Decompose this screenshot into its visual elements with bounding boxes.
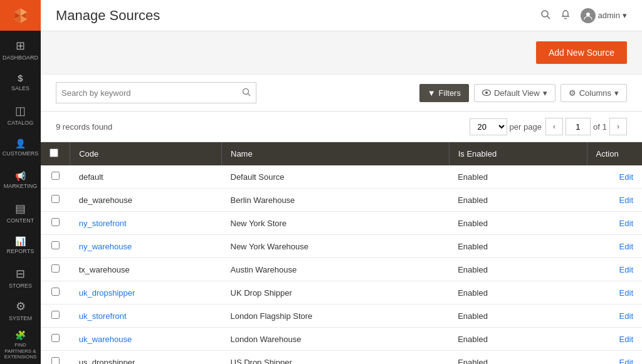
row-checkbox-cell bbox=[41, 212, 70, 235]
columns-icon: ⚙ bbox=[569, 88, 576, 98]
next-page-button[interactable]: › bbox=[609, 118, 627, 135]
sidebar-item-content[interactable]: ▤ Content bbox=[0, 196, 41, 229]
admin-menu[interactable]: admin ▾ bbox=[581, 8, 627, 23]
sidebar-item-catalog[interactable]: ◫ Catalog bbox=[0, 98, 41, 131]
sidebar-item-system[interactable]: ⚙ System bbox=[0, 294, 41, 326]
row-checkbox[interactable] bbox=[51, 357, 60, 364]
table-row: uk_dropshipperUK Drop ShipperEnabledEdit bbox=[41, 281, 642, 304]
row-enabled-cell: Enabled bbox=[449, 235, 587, 258]
row-code-link[interactable]: uk_dropshipper bbox=[79, 288, 135, 298]
sidebar-item-label: Catalog bbox=[8, 120, 34, 126]
row-name-cell: Default Source bbox=[222, 165, 450, 189]
stores-icon: ⊟ bbox=[16, 267, 25, 281]
per-page-dropdown[interactable]: 20 50 100 200 bbox=[470, 118, 507, 135]
default-view-button[interactable]: Default View ▾ bbox=[474, 84, 555, 102]
row-enabled-cell: Enabled bbox=[449, 212, 587, 235]
table-body: defaultDefault SourceEnabledEditde_wareh… bbox=[41, 165, 642, 364]
row-code-link[interactable]: uk_storefront bbox=[79, 311, 127, 321]
per-page-label: per page bbox=[510, 122, 542, 132]
filter-controls: ▼ Filters Default View ▾ ⚙ Columns bbox=[419, 84, 627, 102]
pagination: 20 50 100 200 per page ‹ of 1 › bbox=[470, 118, 627, 135]
filters-button[interactable]: ▼ Filters bbox=[419, 84, 469, 102]
row-checkbox-cell bbox=[41, 189, 70, 212]
row-code-cell: default bbox=[70, 165, 222, 189]
page-nav: ‹ of 1 › bbox=[545, 118, 627, 135]
row-edit-link[interactable]: Edit bbox=[619, 195, 633, 205]
row-checkbox[interactable] bbox=[51, 264, 60, 273]
columns-button[interactable]: ⚙ Columns ▾ bbox=[560, 84, 627, 102]
chevron-down-icon: ▾ bbox=[623, 11, 627, 20]
columns-label: Columns bbox=[579, 88, 611, 98]
records-count: 9 records found bbox=[56, 122, 112, 132]
top-header: Manage Sources bbox=[41, 0, 642, 31]
page-number-input[interactable] bbox=[566, 118, 591, 135]
filters-bar: ▼ Filters Default View ▾ ⚙ Columns bbox=[41, 75, 642, 112]
sidebar-item-sales[interactable]: $ Sales bbox=[0, 66, 41, 98]
row-edit-link[interactable]: Edit bbox=[619, 242, 633, 251]
row-edit-link[interactable]: Edit bbox=[619, 219, 633, 228]
sidebar-logo[interactable] bbox=[0, 0, 41, 31]
search-input[interactable] bbox=[61, 88, 242, 98]
search-icon[interactable] bbox=[540, 9, 550, 22]
row-name-cell: New York Store bbox=[222, 212, 450, 235]
row-code-cell: ny_storefront bbox=[70, 212, 222, 235]
row-checkbox-cell bbox=[41, 351, 70, 365]
default-view-label: Default View bbox=[494, 88, 540, 98]
row-enabled-cell: Enabled bbox=[449, 351, 587, 365]
sidebar: ⊞ Dashboard $ Sales ◫ Catalog 👤 Customer… bbox=[0, 0, 41, 364]
row-name-cell: US Drop Shipper bbox=[222, 351, 450, 365]
row-edit-link[interactable]: Edit bbox=[619, 358, 633, 365]
row-edit-link[interactable]: Edit bbox=[619, 265, 633, 274]
table-row: tx_warehouseAustin WarehouseEnabledEdit bbox=[41, 258, 642, 281]
sales-icon: $ bbox=[18, 73, 23, 83]
search-submit-icon[interactable] bbox=[242, 88, 251, 98]
row-enabled-cell: Enabled bbox=[449, 281, 587, 304]
chevron-down-icon: ▾ bbox=[543, 88, 547, 98]
svg-line-1 bbox=[547, 16, 550, 19]
sidebar-item-marketing[interactable]: 📢 Marketing bbox=[0, 164, 41, 196]
row-edit-link[interactable]: Edit bbox=[619, 288, 633, 298]
row-code-cell: uk_warehouse bbox=[70, 328, 222, 351]
row-edit-link[interactable]: Edit bbox=[619, 335, 633, 344]
main-content: Manage Sources bbox=[41, 0, 642, 364]
row-name-cell: New York Warehouse bbox=[222, 235, 450, 258]
row-checkbox[interactable] bbox=[51, 288, 60, 296]
row-checkbox[interactable] bbox=[51, 334, 60, 342]
row-checkbox-cell bbox=[41, 304, 70, 328]
row-name-cell: London Flagship Store bbox=[222, 304, 450, 328]
row-checkbox[interactable] bbox=[51, 218, 60, 226]
marketing-icon: 📢 bbox=[15, 171, 26, 181]
row-code-link[interactable]: uk_warehouse bbox=[79, 335, 132, 344]
notification-icon[interactable] bbox=[560, 9, 571, 22]
chevron-down-icon: ▾ bbox=[614, 88, 619, 98]
row-checkbox[interactable] bbox=[51, 195, 60, 203]
row-name-cell: Austin Warehouse bbox=[222, 258, 450, 281]
table-header-row: Code Name Is Enabled Action bbox=[41, 142, 642, 165]
select-all-checkbox[interactable] bbox=[50, 148, 58, 157]
row-edit-link[interactable]: Edit bbox=[619, 311, 633, 321]
th-code: Code bbox=[70, 142, 222, 165]
page-total: 1 bbox=[603, 122, 607, 132]
sidebar-item-reports[interactable]: 📊 Reports bbox=[0, 229, 41, 261]
row-name-cell: Berlin Warehouse bbox=[222, 189, 450, 212]
row-checkbox[interactable] bbox=[51, 172, 60, 180]
row-checkbox-cell bbox=[41, 258, 70, 281]
row-edit-link[interactable]: Edit bbox=[619, 172, 633, 182]
sidebar-item-dashboard[interactable]: ⊞ Dashboard bbox=[0, 33, 41, 66]
page-of-label: of bbox=[593, 122, 600, 132]
row-checkbox-cell bbox=[41, 328, 70, 351]
row-code-link[interactable]: ny_warehouse bbox=[79, 242, 132, 251]
table-row: uk_warehouseLondon WarehouseEnabledEdit bbox=[41, 328, 642, 351]
prev-page-button[interactable]: ‹ bbox=[545, 118, 563, 135]
add-new-source-button[interactable]: Add New Source bbox=[536, 41, 627, 64]
row-code-link[interactable]: ny_storefront bbox=[79, 219, 127, 228]
row-action-cell: Edit bbox=[587, 212, 642, 235]
svg-point-0 bbox=[542, 11, 548, 17]
sidebar-item-extensions[interactable]: 🧩 Find Partners & Extensions bbox=[0, 326, 41, 364]
row-action-cell: Edit bbox=[587, 351, 642, 365]
table-row: ny_warehouseNew York WarehouseEnabledEdi… bbox=[41, 235, 642, 258]
sidebar-item-customers[interactable]: 👤 Customers bbox=[0, 131, 41, 164]
row-checkbox[interactable] bbox=[51, 241, 60, 249]
sidebar-item-stores[interactable]: ⊟ Stores bbox=[0, 261, 41, 294]
row-checkbox[interactable] bbox=[51, 311, 60, 319]
